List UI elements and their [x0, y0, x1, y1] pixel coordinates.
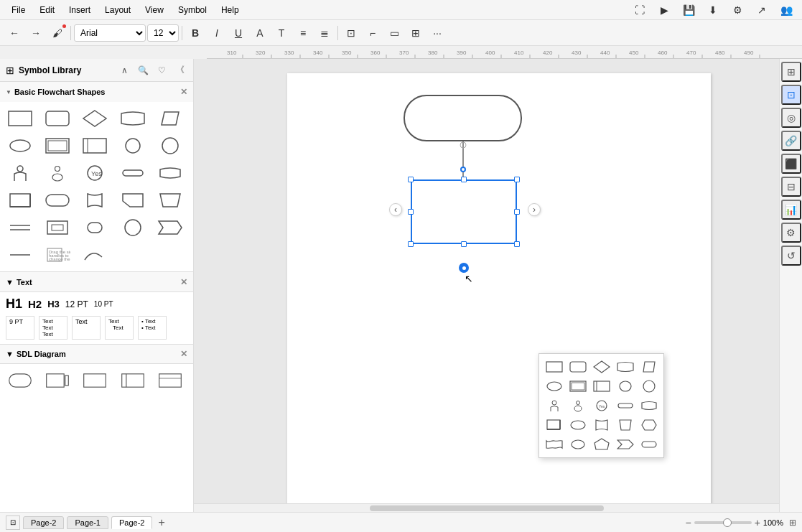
basic-flowchart-header[interactable]: ▼ Basic Flowchart Shapes ✕ — [0, 82, 193, 102]
zoom-slider[interactable] — [694, 521, 752, 524]
shape-process-line[interactable] — [4, 243, 36, 267]
menu-help[interactable]: Help — [215, 4, 245, 17]
paint-btn[interactable]: 🖌 — [47, 23, 67, 43]
rounded-rect-shape[interactable] — [404, 95, 522, 141]
font-select[interactable]: Arial — [74, 24, 146, 42]
menu-file[interactable]: File — [6, 4, 31, 17]
handle-tm[interactable] — [461, 177, 467, 182]
popup-rect-line[interactable] — [591, 378, 612, 395]
popup-hexagon[interactable] — [638, 416, 660, 434]
page-tab-1[interactable]: Page-1 — [67, 516, 108, 529]
shape-rounded-rect[interactable] — [42, 106, 73, 131]
text-h3[interactable]: H3 — [47, 299, 60, 309]
menu-layout[interactable]: Layout — [99, 4, 136, 17]
right-link-btn[interactable]: 🔗 — [781, 131, 801, 151]
right-shapes-btn[interactable]: ⬛ — [781, 154, 801, 174]
popup-rect-dbl[interactable] — [567, 378, 589, 395]
font-color-btn[interactable]: A — [250, 23, 270, 43]
collapse-arrow-btn[interactable]: 《 — [173, 63, 187, 78]
shape-chevron[interactable] — [154, 215, 186, 240]
sdl-rect-dbl[interactable] — [154, 368, 186, 393]
arrow-left-btn[interactable]: ‹ — [389, 203, 402, 216]
popup-rounded[interactable] — [567, 358, 589, 375]
favorite-library-btn[interactable]: ♡ — [154, 63, 169, 78]
text-h1[interactable]: H1 — [6, 297, 22, 312]
search-library-btn[interactable]: 🔍 — [136, 63, 150, 78]
textbox-btn[interactable]: ⊡ — [341, 23, 361, 43]
sdl-section-close[interactable]: ✕ — [180, 349, 187, 359]
page-menu-btn[interactable]: ⊡ — [6, 515, 20, 530]
canvas-background[interactable]: ‹ › ↖ — [194, 59, 779, 512]
h-scrollbar-thumb[interactable] — [370, 505, 604, 511]
handle-mr[interactable] — [514, 209, 520, 215]
shape-note[interactable]: Drag the side handles to change the size — [42, 243, 73, 267]
collapse-library-btn[interactable]: ∧ — [117, 63, 131, 78]
shape-circle-lg[interactable] — [117, 215, 149, 240]
text-list[interactable]: TextTextText — [39, 316, 67, 340]
shape-rounded2[interactable] — [42, 188, 73, 213]
handle-ml[interactable] — [408, 209, 414, 215]
shape-curve[interactable] — [79, 243, 111, 267]
bold-btn[interactable]: B — [185, 23, 205, 43]
shape-rectangle[interactable] — [4, 106, 36, 131]
popup-person[interactable] — [544, 397, 565, 414]
sdl-pill[interactable] — [4, 368, 36, 393]
zoom-plus-btn[interactable]: + — [755, 517, 760, 528]
handle-bl[interactable] — [408, 241, 414, 247]
popup-tape[interactable] — [544, 436, 565, 453]
text-bullet[interactable]: • Text• Text — [138, 316, 167, 340]
save-btn[interactable]: 💾 — [679, 0, 699, 20]
popup-barrel[interactable] — [591, 416, 612, 434]
share-btn[interactable]: ↗ — [752, 0, 772, 20]
shape-rect-notch[interactable] — [42, 215, 73, 240]
shape-capsule[interactable] — [79, 215, 111, 240]
shape-paper-fold[interactable] — [117, 188, 149, 213]
popup-person2[interactable] — [567, 397, 589, 414]
handle-br[interactable] — [514, 241, 520, 247]
settings-btn[interactable]: ⚙ — [727, 0, 747, 20]
table-btn[interactable]: ⊞ — [406, 23, 426, 43]
corner-btn[interactable]: ⌐ — [363, 23, 383, 43]
popup-trapezoid[interactable] — [615, 416, 636, 434]
popup-pentagon[interactable] — [591, 436, 612, 453]
shape-rounded-horiz[interactable] — [154, 161, 186, 185]
arrow-right-btn[interactable]: › — [528, 203, 541, 216]
shape-trapezoid[interactable] — [154, 188, 186, 213]
menu-insert[interactable]: Insert — [63, 4, 96, 17]
right-charts-btn[interactable]: 📊 — [781, 200, 801, 220]
menu-edit[interactable]: Edit — [34, 4, 60, 17]
shape-person[interactable] — [4, 161, 36, 185]
undo-btn[interactable]: ← — [4, 23, 24, 43]
text-h2[interactable]: H2 — [28, 298, 42, 310]
popup-oval[interactable] — [544, 378, 565, 395]
shape-horiz-bar[interactable] — [117, 161, 149, 185]
popup-oval2[interactable] — [615, 378, 636, 395]
selected-rect[interactable] — [411, 179, 517, 244]
text-section-header[interactable]: ▼ Text ✕ — [0, 272, 193, 292]
popup-capsule[interactable] — [567, 416, 589, 434]
align-options-btn[interactable]: ≣ — [314, 23, 335, 43]
add-page-btn[interactable]: + — [158, 516, 164, 529]
sdl-rect-round[interactable] — [42, 368, 73, 393]
text-section-close[interactable]: ✕ — [180, 277, 187, 287]
font-size-select[interactable]: 12 — [147, 24, 179, 42]
popup-oval-sm[interactable] — [567, 436, 589, 453]
handle-tr[interactable] — [514, 177, 520, 182]
popup-chevron2[interactable] — [615, 436, 636, 453]
popup-curved-rect[interactable] — [638, 397, 660, 414]
right-distribute-btn[interactable]: ⚙ — [781, 223, 801, 243]
popup-shadow-rect[interactable] — [544, 416, 565, 434]
popup-yes-circle[interactable]: Yes — [591, 397, 612, 414]
text-12pt[interactable]: 12 PT — [65, 299, 88, 309]
text-btn[interactable]: T — [271, 23, 292, 43]
popup-extra[interactable] — [638, 436, 660, 453]
shape-rect-shadow[interactable] — [4, 188, 36, 213]
shape-barrel[interactable] — [79, 188, 111, 213]
shape-circle-decision[interactable]: Yes — [79, 161, 111, 185]
popup-diamond[interactable] — [591, 358, 612, 375]
menu-view[interactable]: View — [139, 4, 169, 17]
redo-btn[interactable]: → — [26, 23, 46, 43]
zoom-slider-thumb[interactable] — [723, 518, 732, 527]
play-btn[interactable]: ▶ — [654, 0, 674, 20]
underline-btn[interactable]: U — [228, 23, 248, 43]
